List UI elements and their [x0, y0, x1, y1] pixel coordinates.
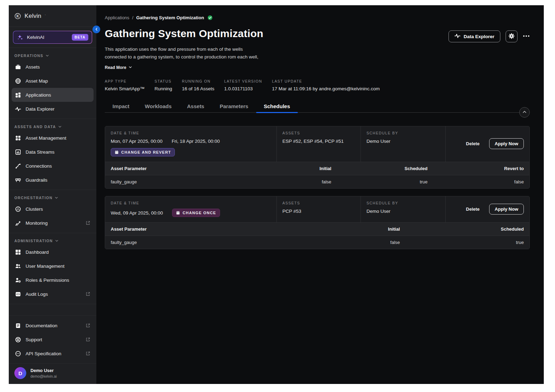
- delete-button[interactable]: Delete: [466, 206, 480, 212]
- user-profile[interactable]: D Demo User demo@kelvin.ai: [9, 363, 96, 384]
- sidebar-item-label: API Specification: [26, 351, 61, 356]
- tab-assets[interactable]: Assets: [179, 100, 212, 112]
- badge-label: CHANGE AND REVERT: [121, 150, 171, 154]
- main-content: Applications / Gathering System Optimiza…: [96, 5, 544, 384]
- sidebar-item-audit-logs[interactable]: Audit Logs: [12, 287, 94, 301]
- user-management-icon: [15, 263, 21, 269]
- assets-label: ASSETS: [282, 201, 355, 205]
- asset-map-icon: [15, 78, 21, 84]
- read-more-toggle[interactable]: Read More: [105, 65, 132, 70]
- collapse-header-button[interactable]: [519, 107, 530, 118]
- tab-workloads[interactable]: Workloads: [137, 100, 179, 112]
- section-label: OPERATIONS: [14, 54, 43, 58]
- support-icon: [15, 337, 21, 343]
- dashboard-icon: [15, 249, 21, 255]
- sidebar-item-data-streams[interactable]: Data Streams: [12, 145, 94, 159]
- sidebar-item-kelvinai[interactable]: KelvinAI BETA: [13, 31, 92, 44]
- more-options-button[interactable]: [523, 33, 530, 41]
- parameter-table-header: Asset ParameterInitialScheduledRevert to: [105, 162, 529, 175]
- tab-impact[interactable]: Impact: [105, 100, 137, 112]
- sidebar-item-clusters[interactable]: Clusters: [12, 202, 94, 216]
- sidebar-spacer: [9, 304, 96, 315]
- tabs-row: ImpactWorkloadsAssetsParametersSchedules: [105, 100, 530, 113]
- sidebar-section-administration: ADMINISTRATIONDashboardUser ManagementRo…: [9, 233, 96, 304]
- sidebar: K Kelvin ˙ KelvinAI BETA OPERATIONSAsset…: [9, 5, 96, 384]
- sidebar-item-applications[interactable]: Applications: [12, 88, 94, 102]
- description-line-2: connected to a gathering system, to cont…: [105, 53, 530, 61]
- date-time-label: DATE & TIME: [111, 201, 271, 205]
- connections-icon: [15, 163, 21, 169]
- parameter-table-row: faulty_gaugefalsetruefalse: [105, 175, 529, 188]
- schedule-by-label: SCHEDULE BY: [366, 201, 440, 205]
- sidebar-item-monitoring[interactable]: Monitoring: [12, 216, 94, 230]
- cell-scheduled: true: [331, 179, 428, 184]
- external-link-icon: [85, 351, 90, 356]
- sidebar-item-asset-management[interactable]: Asset Management: [12, 131, 94, 145]
- chevron-down-icon: [55, 196, 58, 200]
- api-specification-icon: [15, 351, 21, 357]
- sidebar-footer: DocumentationSupportAPI Specification: [9, 315, 96, 363]
- sidebar-item-documentation[interactable]: Documentation: [12, 318, 94, 332]
- logo-trademark-dot: ˙: [45, 14, 46, 18]
- meta-app-type: APP TYPEKelvin SmartApp™: [105, 79, 145, 91]
- schedule-date: Wed, 09 Apr 2025, 00:00: [111, 210, 163, 216]
- app-window: K Kelvin ˙ KelvinAI BETA OPERATIONSAsset…: [9, 5, 544, 384]
- header-actions: Data Explorer: [448, 30, 530, 42]
- section-header-operations[interactable]: OPERATIONS: [9, 50, 96, 60]
- sidebar-item-data-explorer[interactable]: Data Explorer: [12, 102, 94, 116]
- data-explorer-button[interactable]: Data Explorer: [448, 30, 500, 42]
- delete-button[interactable]: Delete: [466, 141, 480, 146]
- sidebar-section-assets-and-data: ASSETS AND DATAAsset ManagementData Stre…: [9, 119, 96, 190]
- sidebar-item-assets[interactable]: Assets: [12, 60, 94, 74]
- badge-change-once: CHANGE ONCE: [172, 209, 220, 217]
- sidebar-item-label: Audit Logs: [26, 292, 48, 297]
- assets-icon: [15, 64, 21, 70]
- sidebar-item-guardrails[interactable]: Guardrails: [12, 173, 94, 187]
- meta-label: LATEST VERSION: [224, 79, 262, 83]
- data-explorer-icon: [15, 106, 21, 112]
- tab-parameters[interactable]: Parameters: [212, 100, 256, 112]
- date-time-values: Mon, 07 Apr 2025, 00:00Fri, 18 Apr 2025,…: [111, 139, 271, 144]
- sidebar-item-label: Applications: [26, 92, 51, 98]
- cell-revert-to: false: [427, 179, 524, 184]
- section-header-administration[interactable]: ADMINISTRATION: [9, 235, 96, 245]
- chevron-down-icon: [58, 125, 62, 128]
- sidebar-item-dashboard[interactable]: Dashboard: [12, 245, 94, 259]
- user-name: Demo User: [30, 368, 57, 373]
- meta-running-on: RUNNING ON16 of 16 Assets: [182, 79, 214, 91]
- sidebar-item-asset-map[interactable]: Asset Map: [12, 74, 94, 88]
- assets-label: ASSETS: [282, 131, 355, 135]
- apply-now-button[interactable]: Apply Now: [489, 204, 524, 215]
- meta-label: LAST UPDATE: [272, 79, 380, 83]
- sidebar-item-label: Documentation: [26, 323, 57, 328]
- clusters-icon: [15, 206, 21, 212]
- sidebar-collapse-button[interactable]: [92, 26, 100, 33]
- sidebar-item-api-specification[interactable]: API Specification: [12, 346, 94, 360]
- sidebar-item-support[interactable]: Support: [12, 332, 94, 346]
- column-header-revert-to: Revert to: [427, 166, 524, 171]
- section-header-orchestration[interactable]: ORCHESTRATION: [9, 192, 96, 202]
- schedule-card: DATE & TIMEMon, 07 Apr 2025, 00:00Fri, 1…: [105, 126, 530, 189]
- kelvin-logo-icon: K: [14, 12, 21, 20]
- column-header-scheduled: Scheduled: [331, 166, 428, 171]
- tab-schedules[interactable]: Schedules: [256, 100, 298, 112]
- monitoring-icon: [15, 220, 21, 226]
- sidebar-item-label: Monitoring: [26, 220, 48, 226]
- sparkles-icon: [17, 34, 23, 40]
- parameter-table-header: Asset ParameterInitialScheduled: [105, 222, 529, 236]
- assets-value: ESP #52, ESP #54, PCP #51: [282, 139, 355, 144]
- sidebar-item-label: Connections: [26, 163, 52, 169]
- cell-asset-parameter: faulty_gauge: [111, 179, 235, 184]
- sidebar-item-roles-permissions[interactable]: Roles & Permissions: [12, 273, 94, 287]
- sidebar-item-connections[interactable]: Connections: [12, 159, 94, 173]
- apply-now-button[interactable]: Apply Now: [489, 138, 524, 149]
- meta-label: RUNNING ON: [182, 79, 214, 83]
- section-label: ASSETS AND DATA: [14, 125, 56, 129]
- breadcrumb-parent[interactable]: Applications: [105, 15, 129, 20]
- settings-button[interactable]: [506, 30, 518, 42]
- sidebar-item-user-management[interactable]: User Management: [12, 259, 94, 273]
- calendar-icon: [176, 211, 180, 215]
- section-header-assets-and-data[interactable]: ASSETS AND DATA: [9, 121, 96, 131]
- sidebar-section-operations: OPERATIONSAssetsAsset MapApplicationsDat…: [9, 48, 96, 119]
- sidebar-sections: OPERATIONSAssetsAsset MapApplicationsDat…: [9, 48, 96, 304]
